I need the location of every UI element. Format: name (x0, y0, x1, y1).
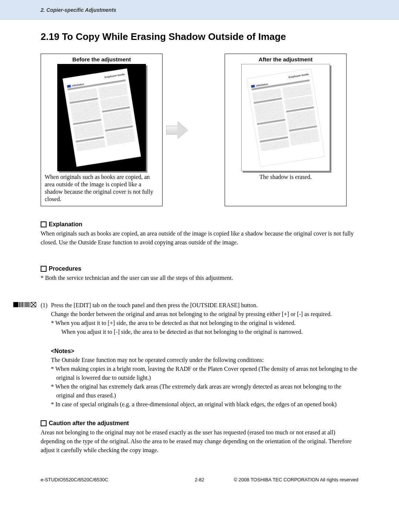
figure-before-caption: When originals such as books are copied,… (45, 173, 158, 203)
page-footer: e-STUDIO5520C/6520C/6530C 2-82 © 2008 TO… (0, 477, 399, 492)
heading-notes: <Notes> (41, 347, 358, 356)
step-marker-icons (13, 302, 36, 309)
notes-item-2: * When the original has extremely dark a… (51, 382, 358, 400)
figure-before-title: Before the adjustment (72, 56, 131, 62)
sample-page: Employee Guide infinitalus (63, 69, 140, 166)
sample-page: Employee Guide infinitalus (247, 69, 324, 166)
page-title: 2.19 To Copy While Erasing Shadow Outsid… (41, 31, 358, 43)
notes-item-1: * When making copies in a bright room, l… (51, 365, 358, 382)
procedure-step-1: (1)Press the [EDIT] tab on the touch pan… (41, 301, 358, 409)
notes-item-3: * In case of special originals (e.g. a t… (51, 400, 358, 409)
page-content: 2.19 To Copy While Erasing Shadow Outsid… (0, 20, 399, 455)
step-number: (1) (41, 301, 51, 310)
breadcrumb: 2. Copier-specific Adjustments (41, 7, 116, 13)
step1-line1: Press the [EDIT] tab on the touch panel … (51, 302, 258, 308)
chapter-header: 2. Copier-specific Adjustments (0, 0, 399, 20)
notes-body: The Outside Erase function may not be op… (41, 356, 358, 409)
heading-caution: Caution after the adjustment (41, 420, 358, 427)
notes-intro: The Outside Erase function may not be op… (51, 356, 358, 365)
figure-after: After the adjustment Employee Guide infi… (225, 54, 347, 206)
footer-copyright: © 2008 TOSHIBA TEC CORPORATION All right… (234, 477, 358, 482)
step1-bullet1: * When you adjust it to [+] side, the ar… (41, 319, 358, 328)
figure-after-title: After the adjustment (259, 56, 313, 62)
explanation-text: When originals such as books are copied,… (41, 229, 358, 247)
figure-after-caption: The shadow is erased. (229, 173, 342, 181)
figure-before-image: Employee Guide infinitalus (57, 64, 146, 171)
footer-page-number: 2-82 (195, 477, 204, 482)
figure-before: Before the adjustment Employee Guide inf… (41, 54, 163, 206)
arrow-cell (163, 54, 192, 206)
procedures-note: * Both the service technician and the us… (41, 274, 358, 282)
heading-explanation: Explanation (41, 221, 358, 228)
caution-text: Areas not belonging to the original may … (41, 428, 358, 455)
step1-bullet2: When you adjust it to [-] side, the area… (41, 328, 358, 336)
step1-line2: Change the border between the original a… (41, 310, 358, 319)
figure-row: Before the adjustment Employee Guide inf… (41, 54, 358, 206)
heading-procedures: Procedures (41, 265, 358, 272)
figure-after-image: Employee Guide infinitalus (241, 64, 330, 171)
footer-model: e-STUDIO5520C/6520C/6530C (41, 477, 108, 482)
arrow-icon (166, 119, 188, 141)
